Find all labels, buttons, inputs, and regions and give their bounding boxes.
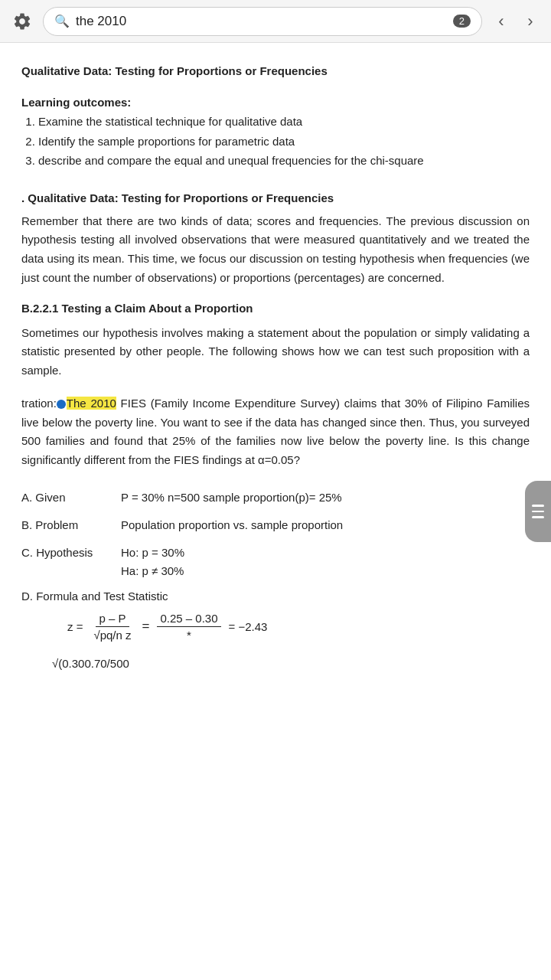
list-item: describe and compare the equal and unequ…: [38, 152, 530, 170]
formula-row: D. Formula and Test Statistic: [21, 590, 530, 603]
frac-rhs-den: *: [184, 627, 194, 642]
settings-button[interactable]: [8, 7, 37, 36]
problem-label: B. Problem: [21, 518, 121, 531]
problem-content: Population proportion vs. sample proport…: [121, 516, 530, 534]
search-result-count: 2: [453, 15, 471, 28]
ho-text: Ho: p = 30%: [121, 544, 530, 562]
given-label: A. Given: [21, 491, 121, 504]
bottom-partial-formula: √(0.300.70/500: [21, 657, 530, 670]
handle-line: [532, 516, 544, 518]
subsection-heading: B.2.2.1 Testing a Claim About a Proporti…: [21, 302, 530, 315]
learning-outcomes-block: Learning outcomes: Examine the statistic…: [21, 96, 530, 170]
handle-line: [532, 505, 544, 507]
search-icon: 🔍: [54, 14, 70, 28]
learning-outcomes-list: Examine the statistical technique for qu…: [21, 113, 530, 170]
formula-result: = −2.43: [229, 620, 268, 633]
search-input[interactable]: [76, 14, 447, 29]
list-item: Examine the statistical technique for qu…: [38, 113, 530, 131]
given-row: A. Given P = 30% n=500 sample proportion…: [21, 488, 530, 507]
hypothesis-content: Ho: p = 30% Ha: p ≠ 30%: [121, 544, 530, 580]
top-bar: 🔍 2 ‹ ›: [0, 0, 551, 43]
example-prefix: tration:: [21, 397, 57, 410]
given-content: P = 30% n=500 sample proportion(p)= 25%: [121, 488, 530, 507]
search-box: 🔍 2: [43, 7, 482, 36]
navigation-buttons: ‹ ›: [488, 8, 543, 34]
highlight-text: The 2010: [67, 397, 116, 410]
content-area: Qualitative Data: Testing for Proportion…: [0, 43, 551, 980]
section-heading: . Qualitative Data: Testing for Proporti…: [21, 191, 530, 204]
problem-row: B. Problem Population proportion vs. sam…: [21, 516, 530, 534]
frac-lhs-den: √pq/n z: [90, 627, 134, 642]
gear-icon: [12, 11, 32, 31]
example-block: tration:The 2010 FIES (Family Income Exp…: [21, 394, 530, 470]
frac-rhs-num: 0.25 – 0.30: [157, 612, 220, 627]
sidebar-handle[interactable]: [525, 481, 551, 542]
ha-text: Ha: p ≠ 30%: [121, 562, 530, 580]
handle-line: [532, 511, 544, 513]
section-title-top: Qualitative Data: Testing for Proportion…: [21, 64, 530, 77]
learning-outcomes-title: Learning outcomes:: [21, 96, 530, 109]
formula-fraction-left: p – P √pq/n z: [90, 612, 134, 642]
formula-fraction-right: 0.25 – 0.30 *: [157, 612, 220, 642]
formula-label: D. Formula and Test Statistic: [21, 590, 168, 603]
hypothesis-label: C. Hypothesis: [21, 546, 121, 559]
body-paragraph: Remember that there are two kinds of dat…: [21, 212, 530, 288]
hypothesis-row: C. Hypothesis Ho: p = 30% Ha: p ≠ 30%: [21, 544, 530, 580]
solution-section: A. Given P = 30% n=500 sample proportion…: [21, 488, 530, 670]
formula-z-equals: z =: [67, 620, 83, 633]
blue-dot-icon: [57, 400, 66, 409]
math-formula: z = p – P √pq/n z = 0.25 – 0.30 * = −2.4…: [21, 612, 530, 642]
prev-button[interactable]: ‹: [488, 8, 514, 34]
list-item: Identify the sample proportions for para…: [38, 133, 530, 151]
next-button[interactable]: ›: [517, 8, 543, 34]
sub-paragraph: Sometimes our hypothesis involves making…: [21, 324, 530, 381]
frac-lhs-num: p – P: [96, 612, 129, 627]
equals-sign: =: [142, 619, 150, 634]
